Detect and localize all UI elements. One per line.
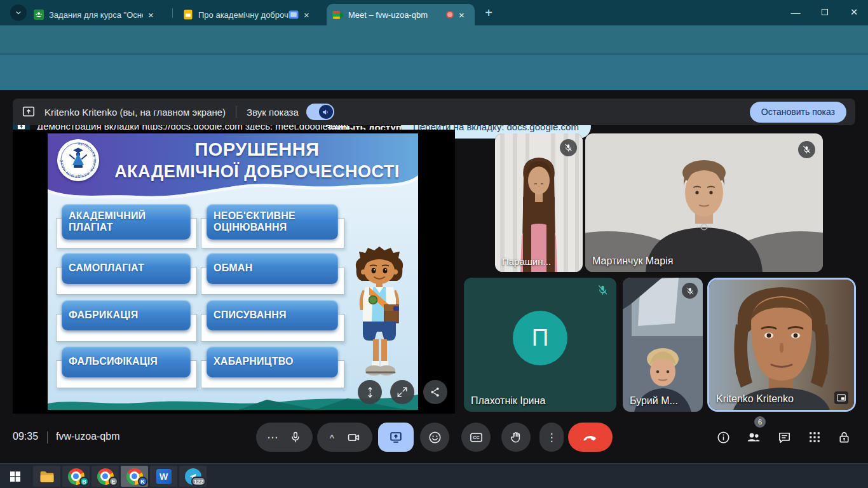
profile-badge: E [109, 477, 118, 486]
muted-mic-icon-teal [597, 284, 609, 299]
meetbar-divider [47, 431, 48, 444]
close-icon[interactable]: × [148, 10, 154, 20]
mic-off-icon [686, 287, 695, 295]
participant-count-badge: 6 [754, 416, 766, 428]
participant-name: Парашин... [502, 256, 551, 267]
raise-hand-button[interactable] [501, 423, 531, 452]
tab-presentation[interactable]: Про академічну доброчес × [177, 4, 325, 25]
scroll-shared-screen-button[interactable] [358, 380, 382, 404]
meet-icon [332, 10, 343, 20]
slide-item-fabrication: ФАБРИКАЦІЯ [62, 300, 191, 330]
tab-title: Про академічну доброчес [198, 10, 288, 20]
camera-icon[interactable] [347, 431, 360, 444]
present-now-button-active[interactable] [378, 423, 414, 452]
present-sound-toggle[interactable] [306, 104, 334, 120]
fullscreen-icon [396, 386, 409, 398]
meeting-code: fvw-uzoa-qbm [56, 431, 119, 442]
participant-name: Мартинчук Марія [592, 255, 673, 267]
presenter-label: Kritenko Kritenko (вы, на главном экране… [44, 107, 226, 118]
apps-grid-icon [808, 430, 822, 444]
participant-tile-buryi[interactable]: Бурий М... [623, 278, 703, 412]
present-sound-label: Звук показа [247, 107, 299, 118]
participant-tile-parashyn[interactable]: Парашин... [495, 133, 583, 272]
taskbar-chrome-profile-k-active[interactable]: K [121, 466, 148, 487]
restore-icon [822, 9, 828, 15]
slide-title-line2: АКАДЕМІЧНОЇ ДОБРОЧЕСНОСТІ [100, 162, 414, 182]
mic-off-icon [564, 143, 573, 152]
more-options-button[interactable]: ⋮ [539, 423, 564, 452]
recording-indicator-icon [446, 11, 454, 18]
mic-off-icon [597, 284, 609, 296]
picture-in-picture-icon[interactable] [834, 391, 848, 404]
muted-mic-chip [798, 141, 815, 158]
chevron-down-icon [15, 9, 22, 17]
maximize-button[interactable] [815, 3, 835, 22]
chat-icon [777, 430, 792, 445]
present-to-all-icon [22, 105, 36, 119]
participant-tile-plakhotnik[interactable]: П Плахотнік Ірина [464, 278, 616, 412]
slide-title-line1: ПОРУШЕННЯ [100, 139, 414, 160]
taskbar-chrome-profile-b[interactable]: B [62, 466, 90, 487]
telegram-unread-badge: 122 [191, 477, 206, 486]
slide-item-self-plagiarism: САМОПЛАГІАТ [62, 253, 191, 284]
meeting-details-button[interactable] [715, 430, 731, 445]
academy-logo: КИЇВСЬКА МАЛА АКАДЕМІЯ НАУК [57, 139, 99, 181]
slide-item-falsification: ФАЛЬСИФІКАЦІЯ [62, 346, 191, 377]
stop-presenting-button[interactable]: Остановить показ [750, 102, 846, 123]
tab-title: Задания для курса "Основи ко [49, 10, 143, 20]
chat-button[interactable] [776, 430, 792, 445]
tab-sharing-banner: Демонстрация вкладки https://docs.google… [0, 54, 868, 90]
participants-button[interactable] [746, 430, 761, 445]
activities-button[interactable] [807, 430, 822, 445]
participant-tile-martynchuk[interactable]: Мартинчук Марія [585, 133, 823, 272]
share-button[interactable] [423, 380, 447, 404]
presenting-banner: Kritenko Kritenko (вы, на главном экране… [13, 98, 855, 125]
close-icon[interactable]: × [304, 10, 309, 20]
slides-icon [183, 10, 193, 20]
video-placeholder [585, 133, 823, 272]
video-placeholder [709, 280, 854, 410]
new-tab-button[interactable]: + [481, 5, 496, 20]
taskbar-word[interactable]: W [150, 466, 177, 487]
tab-search-button[interactable] [10, 4, 27, 21]
slide-item-deception: ОБМАН [207, 253, 338, 284]
emoji-icon [428, 430, 442, 445]
mic-control-group[interactable]: ⋯ [256, 423, 313, 452]
tab-divider [172, 8, 173, 18]
avatar-letter: П [532, 325, 549, 351]
taskbar-file-explorer[interactable] [33, 466, 60, 487]
participant-name: Kritenko Kritenko [716, 393, 794, 405]
end-call-button[interactable] [568, 423, 613, 452]
taskbar-telegram[interactable]: 122 [179, 466, 207, 487]
window-close-button[interactable]: × [844, 3, 864, 22]
tab-meet-active[interactable]: Meet – fvw-uzoa-qbm × [327, 4, 475, 25]
windows-taskbar: B E K W 122 [0, 463, 868, 488]
captions-button[interactable]: CC [461, 423, 491, 452]
people-icon [746, 430, 761, 445]
banner-divider [236, 105, 236, 118]
muted-mic-chip [682, 283, 698, 299]
slide-item-biased-grading: НЕОБ'ЄКТИВНЕ ОЦІНЮВАННЯ [207, 204, 338, 240]
shared-screen-area: КИЇВСЬКА МАЛА АКАДЕМІЯ НАУК ПОРУШЕННЯ АК… [13, 130, 455, 414]
close-icon[interactable]: × [459, 10, 465, 20]
meeting-time: 09:35 [13, 431, 38, 442]
mic-options-icon[interactable]: ⋯ [267, 431, 278, 444]
taskbar-chrome-profile-e[interactable]: E [92, 466, 119, 487]
tab-sharing-indicator-icon [288, 10, 299, 19]
slide-item-academic-plagiarism: АКАДЕМІЧНИЙ ПЛАГІАТ [62, 204, 191, 240]
profile-badge: K [138, 477, 147, 486]
host-controls-button[interactable] [836, 430, 851, 445]
windows-logo-icon [10, 471, 20, 482]
slide-item-bribery: ХАБАРНИЦТВО [207, 346, 338, 377]
mic-icon[interactable] [289, 431, 302, 444]
participant-tile-kritenko-self[interactable]: Kritenko Kritenko [707, 278, 856, 412]
browser-toolbar: ← → meet.google.com/fvw-uzoa-qbm ☆ K ⋮ [0, 25, 868, 54]
start-button[interactable] [0, 464, 30, 488]
slide-item-copying: СПИСУВАННЯ [207, 300, 338, 330]
expand-shared-screen-button[interactable] [390, 380, 414, 404]
camera-control-group[interactable]: ^ [317, 423, 372, 452]
tab-classroom[interactable]: Задания для курса "Основи ко × [28, 4, 170, 25]
reactions-button[interactable] [420, 423, 449, 452]
camera-options-icon[interactable]: ^ [329, 433, 334, 442]
minimize-button[interactable]: — [785, 3, 806, 22]
